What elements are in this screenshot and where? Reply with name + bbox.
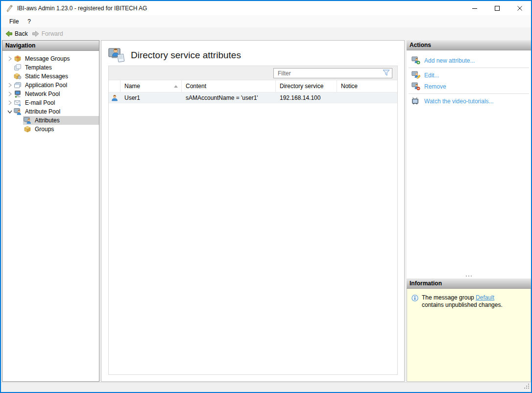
action-remove[interactable]: Remove (407, 81, 531, 92)
maximize-button[interactable] (486, 1, 508, 15)
menu-help[interactable]: ? (23, 17, 35, 26)
column-header-icon[interactable] (109, 80, 121, 92)
forward-arrow-icon (32, 30, 40, 38)
nav-item-label: E-mail Pool (24, 99, 56, 107)
content-header: Directory service attributes (101, 41, 404, 65)
edit-attribute-icon (411, 71, 420, 79)
nav-item-message-groups[interactable]: Message Groups (2, 54, 99, 63)
nav-item-label: Network Pool (24, 90, 61, 98)
nav-item-label: Static Messages (24, 72, 70, 80)
toolbar: Back Forward (1, 27, 531, 40)
sort-ascending-icon (174, 85, 178, 88)
splitter-handle[interactable] (407, 276, 531, 277)
add-attribute-icon (411, 56, 420, 65)
separator (409, 93, 529, 94)
resize-grip[interactable] (524, 383, 530, 391)
app-icon (5, 4, 13, 12)
close-button[interactable] (508, 1, 531, 15)
table-row[interactable]: User1 sAMAccountName = 'user1' 192.168.1… (109, 92, 397, 103)
attributes-icon (24, 116, 31, 124)
default-group-link[interactable]: Default (476, 294, 494, 301)
action-edit[interactable]: Edit... (407, 69, 531, 81)
information-content: The message group Default contains unpub… (407, 289, 531, 382)
remove-attribute-icon (411, 82, 420, 91)
main-panel: Directory service attributes Name Cont (101, 40, 405, 382)
cell-content: sAMAccountName = 'user1' (182, 92, 276, 103)
actions-panel: Actions Add new attribute... (407, 40, 531, 278)
chevron-spacer (6, 73, 13, 80)
chevron-right-icon[interactable] (6, 82, 13, 89)
user-icon (109, 92, 121, 103)
navigation-panel: Navigation Message Groups (2, 40, 99, 382)
back-arrow-icon (5, 30, 13, 38)
nav-item-attributes[interactable]: Attributes (2, 116, 99, 125)
info-text-suffix: contains unpublished changes. (422, 301, 503, 308)
nav-item-label: Application Pool (24, 81, 69, 89)
nav-item-groups[interactable]: Groups (2, 125, 99, 134)
nav-item-label: Groups (33, 125, 55, 133)
separator (409, 68, 529, 68)
nav-item-network-pool[interactable]: Network Pool (2, 90, 99, 98)
cell-directory-service: 192.168.14.100 (276, 92, 337, 103)
chevron-right-icon[interactable] (6, 55, 13, 62)
nav-item-email-pool[interactable]: E-mail Pool (2, 98, 99, 107)
attributes-table: Name Content Directory service Notice (108, 66, 398, 375)
nav-item-label: Message Groups (24, 55, 71, 63)
column-header-content[interactable]: Content (182, 80, 276, 92)
back-button[interactable]: Back (4, 29, 31, 39)
minimize-button[interactable] (463, 1, 486, 15)
groups-icon (24, 125, 31, 133)
directory-service-attributes-icon (108, 47, 125, 64)
window-title: IBI-aws Admin 1.23.0 - registered for IB… (17, 5, 463, 12)
column-label: Directory service (280, 83, 323, 90)
action-link[interactable]: Add new attribute... (424, 57, 475, 64)
chevron-down-icon[interactable] (6, 108, 13, 115)
nav-item-static-messages[interactable]: Static Messages (2, 72, 99, 81)
navigation-tree: Message Groups Templates (2, 51, 99, 134)
menu-file[interactable]: File (5, 17, 23, 26)
column-header-notice[interactable]: Notice (337, 80, 397, 92)
filter-funnel-icon[interactable] (383, 69, 390, 78)
static-messages-icon (14, 72, 22, 80)
filter-input[interactable] (273, 68, 392, 78)
information-header: Information (407, 278, 531, 289)
chevron-spacer (6, 64, 13, 71)
title-bar[interactable]: IBI-aws Admin 1.23.0 - registered for IB… (1, 1, 531, 15)
column-label: Content (186, 83, 206, 90)
nav-item-label: Templates (24, 64, 53, 71)
action-link[interactable]: Edit... (424, 72, 439, 79)
column-header-name[interactable]: Name (121, 80, 182, 92)
column-label: Name (124, 83, 140, 90)
information-message: The message group Default contains unpub… (422, 294, 517, 309)
back-label: Back (15, 30, 28, 37)
page-title: Directory service attributes (131, 50, 241, 61)
action-watch-video-tutorials[interactable]: Watch the video-tutorials... (407, 95, 531, 107)
nav-item-templates[interactable]: Templates (2, 63, 99, 72)
action-link[interactable]: Remove (424, 83, 446, 90)
email-pool-icon (14, 99, 22, 107)
filter-bar (109, 66, 397, 80)
chevron-right-icon[interactable] (6, 99, 13, 106)
nav-item-label: Attribute Pool (24, 108, 62, 116)
attribute-pool-icon (14, 108, 22, 116)
navigation-header: Navigation (2, 41, 99, 51)
cell-notice (337, 92, 397, 103)
forward-label: Forward (42, 30, 63, 37)
application-pool-icon (14, 81, 22, 89)
video-tutorials-icon (411, 97, 420, 105)
forward-button[interactable]: Forward (31, 29, 66, 39)
nav-item-application-pool[interactable]: Application Pool (2, 81, 99, 90)
chevron-right-icon[interactable] (6, 91, 13, 97)
network-pool-icon (14, 90, 22, 98)
column-header-directory-service[interactable]: Directory service (276, 80, 337, 92)
table-header-row: Name Content Directory service Notice (109, 80, 397, 92)
column-label: Notice (341, 83, 358, 90)
info-icon (411, 295, 418, 303)
cell-name: User1 (121, 92, 182, 103)
templates-icon (14, 64, 22, 71)
action-link[interactable]: Watch the video-tutorials... (424, 98, 494, 105)
app-window: IBI-aws Admin 1.23.0 - registered for IB… (0, 0, 532, 393)
nav-item-label: Attributes (33, 116, 61, 124)
action-add-new-attribute[interactable]: Add new attribute... (407, 55, 531, 66)
nav-item-attribute-pool[interactable]: Attribute Pool (2, 107, 99, 116)
